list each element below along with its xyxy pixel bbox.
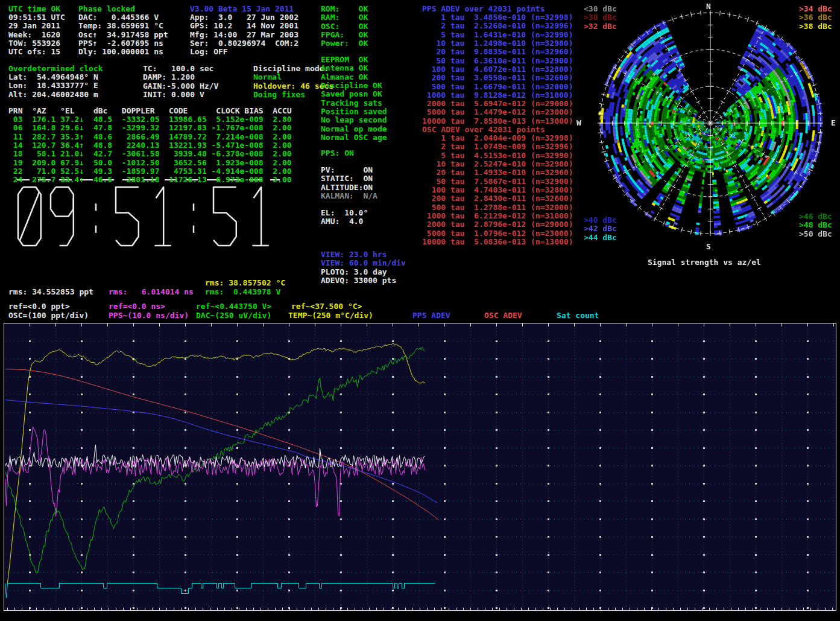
scale-temp: TEMP~(250 m°C/div) <box>288 311 373 320</box>
filter-states: PV: ON STATIC: ON ALTITUDE:ON <box>321 166 373 192</box>
lady-heather-monitor-screen: UTC time OK09:51:51 UTC 29 Jan 2011 Week… <box>0 0 840 621</box>
scale-osc: OSC=(100 ppt/div) <box>8 311 89 320</box>
clock-digit-stroke <box>60 198 74 246</box>
version-info: App: 3.0 27 Jun 2002 GPS: 10.2 14 Nov 20… <box>190 13 298 57</box>
ref-temp: ref~<37.500 °C> <box>291 302 362 311</box>
clock-digit-stroke <box>254 187 262 246</box>
rms-osc: rms: 34.552853 ppt <box>8 288 93 296</box>
dbc-legend-gt44: >44 dBc <box>584 234 617 242</box>
legend-sat-count: Sat count <box>557 311 599 320</box>
rms-dac: rms: 0.443978 V <box>205 288 280 296</box>
dbc-legend-gt36: >36 dBc <box>799 13 832 22</box>
dbc-legend-gt48: >48 dBc <box>799 221 832 229</box>
clock-digit-stroke <box>213 187 236 246</box>
clock-digit-stroke <box>20 193 39 241</box>
legend-pps-adev: PPS ADEV <box>412 311 450 320</box>
clock-digit-stroke <box>156 187 164 246</box>
pps-adev-rows-long-tau: 2000 tau 5.6947e-012 (n=29000) 5000 tau … <box>422 100 573 126</box>
dbc-legend-gt30: >30 dBc <box>584 13 617 22</box>
legend-osc-adev: OSC ADEV <box>484 311 522 320</box>
receiver-status: EEPROM OK Antenna OK Almanac OK Discipli… <box>321 56 387 142</box>
compass-north: N <box>706 2 711 11</box>
clock-digit-stroke <box>116 187 139 246</box>
dbc-legend-gt42: >42 dBc <box>584 225 617 233</box>
kalman-state: KALMAN: N/A <box>321 192 377 200</box>
view-settings: VIEW: 23.0 hrs VIEW: 60.0 min/div <box>321 250 406 268</box>
ref-dac: ref~<0.443750 V> <box>196 302 271 311</box>
digital-clock <box>14 177 285 250</box>
queue-settings: PLOTQ: 3.0 day ADEVQ: 33000 pts <box>321 268 396 285</box>
scale-pps: PPS~(10.0 ns/div) <box>109 311 189 320</box>
rms-temp: rms: 38.857502 °C <box>205 279 285 287</box>
pps-adev-rows: 1 tau 3.4856e-010 (n=32998) 2 tau 2.5268… <box>422 13 573 100</box>
utc-info: 09:51:51 UTC 29 Jan 2011 Week: 1620 TOW:… <box>8 13 65 57</box>
doing-fixes-status: Doing fixes <box>253 91 305 99</box>
strip-chart <box>4 323 836 611</box>
scale-dac: DAC~(250 uV/div) <box>196 311 271 320</box>
pps-state: PPS: ON <box>321 149 354 158</box>
polar-caption: Signal strength vs az/el <box>648 258 761 267</box>
position-info: Lat: 54.4964948° N Lon: 18.4333777° E Al… <box>8 73 98 99</box>
loop-params: TC: 100.0 sec DAMP: 1.200 GAIN:-5.000 Hz… <box>143 65 218 99</box>
compass-south: S <box>706 243 711 251</box>
compass-east: E <box>831 119 836 127</box>
dbc-legend-gt50: >50 dBc <box>799 230 832 238</box>
ref-osc: ref=<0.0 ppt> <box>8 302 70 311</box>
discipline-mode-value: Normal <box>253 73 282 81</box>
osc-adev-rows: 1 tau 2.0404e-009 (n=32998) 2 tau 1.0749… <box>422 134 573 246</box>
self-test-status: ROM: OK RAM: OK OSC: OK FPGA: OK Power: … <box>321 5 368 48</box>
ref-pps: ref=<0.0 ns> <box>109 302 165 311</box>
clock-digit-stroke <box>51 187 74 217</box>
dbc-legend-gt38: >38 dBc <box>799 22 832 31</box>
rms-pps: rms: 6.014014 ns <box>109 288 194 296</box>
phase-info: DAC: 0.445366 V Temp: 38.659691 °C Osc↑ … <box>78 13 168 57</box>
sat-table-rows: 03 176.1 37.2↓ 48.5 -3332.05 13986.65 5.… <box>8 115 292 185</box>
el-amu-masks: EL: 10.0° AMU: 4.0 <box>321 209 368 226</box>
compass-west: W <box>576 119 581 127</box>
dbc-legend-gt32: >32 dBc <box>584 22 617 31</box>
